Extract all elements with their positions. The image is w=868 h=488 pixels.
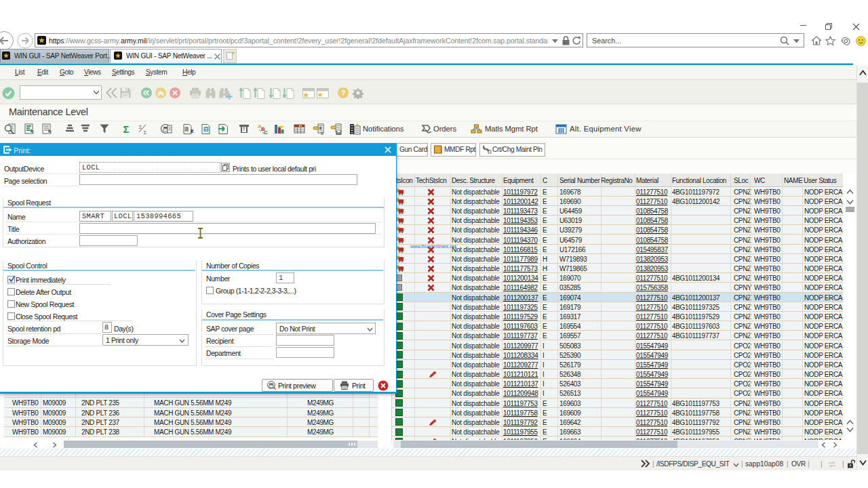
svg-text:Σ: Σ <box>144 129 147 135</box>
svg-text:T: T <box>243 127 246 131</box>
svg-text:Σ: Σ <box>123 123 129 135</box>
svg-text:?: ? <box>341 89 346 97</box>
svg-text:T: T <box>205 127 208 133</box>
svg-text:x: x <box>191 127 194 134</box>
